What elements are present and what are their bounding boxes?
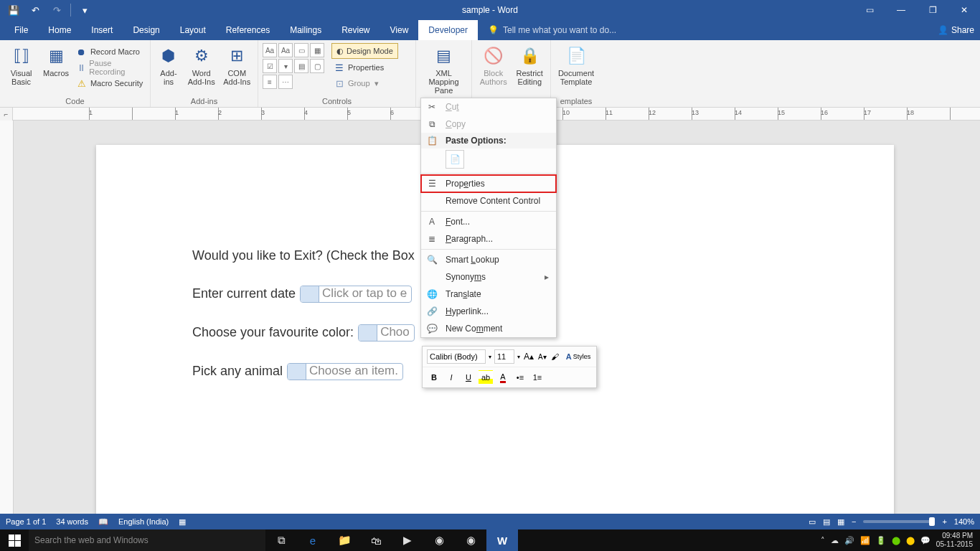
- battery-icon[interactable]: 🔋: [876, 536, 886, 545]
- print-layout-icon[interactable]: ▤: [823, 517, 830, 527]
- xml-mapping-button[interactable]: ▤XML Mapping Pane: [420, 43, 467, 95]
- status-words[interactable]: 34 words: [56, 517, 88, 526]
- share-icon: 👤: [938, 25, 948, 35]
- taskbar-search[interactable]: Search the web and Windows: [29, 529, 265, 551]
- tab-references[interactable]: References: [216, 20, 280, 40]
- edge-icon[interactable]: e: [297, 529, 329, 551]
- zoom-out-button[interactable]: −: [852, 517, 856, 526]
- menu-remove-content-control[interactable]: Remove Content Control: [421, 192, 556, 209]
- tab-home[interactable]: Home: [38, 20, 81, 40]
- share-button[interactable]: 👤 Share: [938, 20, 974, 40]
- color-content-control[interactable]: Choo: [358, 324, 415, 342]
- copy-icon: ⧉: [425, 119, 438, 129]
- tab-insert[interactable]: Insert: [81, 20, 123, 40]
- bold-button[interactable]: B: [427, 370, 441, 385]
- minimize-button[interactable]: —: [885, 0, 917, 20]
- com-addins-button[interactable]: ⊞COM Add-Ins: [220, 43, 253, 86]
- tab-view[interactable]: View: [380, 20, 419, 40]
- task-view-icon[interactable]: ⧉: [265, 529, 297, 551]
- menu-new-comment[interactable]: 💬New Comment: [421, 320, 556, 337]
- redo-icon[interactable]: ↷: [47, 2, 66, 18]
- macros-button[interactable]: ▦ Macros: [41, 43, 71, 90]
- document-template-button[interactable]: 📄Document Template: [555, 43, 597, 86]
- wifi-icon[interactable]: 📶: [860, 536, 870, 545]
- word-taskbar-icon[interactable]: W: [486, 529, 518, 551]
- tell-me-search[interactable]: 💡 Tell me what you want to do...: [478, 20, 616, 40]
- volume-icon[interactable]: 🔊: [844, 536, 854, 545]
- tab-selector[interactable]: ⌐: [0, 108, 13, 121]
- zoom-in-button[interactable]: +: [942, 517, 946, 526]
- menu-smart-lookup[interactable]: 🔍Smart Lookup: [421, 251, 556, 268]
- zoom-level[interactable]: 140%: [954, 517, 974, 526]
- properties-button[interactable]: ☰Properties: [331, 60, 398, 75]
- menu-properties[interactable]: ☰Properties: [421, 175, 556, 192]
- underline-button[interactable]: U: [461, 370, 476, 385]
- taskbar-clock[interactable]: 09:48 PM 05-11-2015: [936, 532, 977, 549]
- tray-chevron-icon[interactable]: ˄: [821, 536, 825, 545]
- chevron-right-icon: ▸: [545, 272, 549, 282]
- bullets-button[interactable]: •≡: [513, 370, 527, 385]
- date-content-control[interactable]: Click or tap to e: [300, 286, 412, 303]
- onedrive-icon[interactable]: ☁: [831, 536, 839, 545]
- save-icon[interactable]: 💾: [4, 2, 23, 18]
- close-button[interactable]: ✕: [948, 0, 980, 20]
- visual-basic-icon: ⟦⟧: [10, 44, 33, 67]
- addins-button[interactable]: ⬢Add- ins: [155, 43, 182, 86]
- ribbon-options-icon[interactable]: ▭: [854, 0, 885, 20]
- tab-file[interactable]: File: [4, 20, 38, 40]
- macro-icon[interactable]: ▦: [179, 517, 186, 527]
- web-layout-icon[interactable]: ▦: [837, 517, 844, 527]
- design-mode-toggle[interactable]: ◐Design Mode: [331, 43, 398, 59]
- tray-app-icon-2[interactable]: ⬤: [906, 536, 915, 545]
- font-size-combo[interactable]: [494, 349, 514, 364]
- visual-basic-button[interactable]: ⟦⟧ Visual Basic: [4, 43, 38, 90]
- tab-developer[interactable]: Developer: [418, 20, 478, 40]
- zoom-slider[interactable]: [863, 520, 935, 523]
- tray-app-icon[interactable]: ⬤: [892, 536, 900, 545]
- action-center-icon[interactable]: 💬: [920, 536, 930, 545]
- menu-synonyms[interactable]: Synonyms▸: [421, 268, 556, 286]
- undo-icon[interactable]: ↶: [26, 2, 44, 18]
- menu-font[interactable]: AFont...: [421, 213, 556, 230]
- controls-gallery[interactable]: AaAa▭▦ ☑▾▤▢ ≡⋯: [263, 43, 324, 89]
- doc-text-date-label: Enter current date: [192, 286, 296, 302]
- paste-keep-text-button[interactable]: 📄: [446, 150, 464, 169]
- font-name-combo[interactable]: [427, 349, 486, 364]
- word-addins-button[interactable]: ⚙Word Add-Ins: [185, 43, 218, 86]
- restrict-editing-button[interactable]: 🔒Restrict Editing: [513, 43, 546, 86]
- grow-font-button[interactable]: A▴: [523, 349, 534, 364]
- group-icon: ⊡: [334, 77, 345, 89]
- group-button[interactable]: ⊡Group▾: [331, 76, 398, 90]
- read-mode-icon[interactable]: ▭: [809, 517, 816, 527]
- file-explorer-icon[interactable]: 📁: [329, 529, 360, 551]
- numbering-button[interactable]: 1≡: [530, 370, 545, 385]
- store-icon[interactable]: 🛍: [360, 529, 392, 551]
- tab-layout[interactable]: Layout: [170, 20, 216, 40]
- video-icon[interactable]: ▶: [392, 529, 423, 551]
- spellcheck-icon[interactable]: 📖: [98, 517, 108, 527]
- font-color-button[interactable]: A: [496, 370, 510, 385]
- status-language[interactable]: English (India): [118, 517, 169, 526]
- animal-content-control[interactable]: Choose an item.: [287, 363, 403, 380]
- menu-paragraph[interactable]: ≣Paragraph...: [421, 230, 556, 248]
- tab-mailings[interactable]: Mailings: [280, 20, 331, 40]
- qat-customize-icon[interactable]: ▾: [75, 2, 94, 18]
- restore-button[interactable]: ❐: [917, 0, 948, 20]
- styles-button[interactable]: AStyles: [562, 349, 594, 364]
- status-page[interactable]: Page 1 of 1: [6, 517, 46, 526]
- lock-icon: 🔒: [518, 44, 541, 67]
- search-icon: 🔍: [425, 255, 438, 265]
- record-macro-button[interactable]: ⏺Record Macro: [74, 44, 146, 59]
- highlight-button[interactable]: ab: [479, 370, 493, 385]
- tab-review[interactable]: Review: [331, 20, 380, 40]
- start-button[interactable]: [0, 529, 29, 551]
- menu-translate[interactable]: 🌐Translate: [421, 286, 556, 303]
- tab-design[interactable]: Design: [123, 20, 169, 40]
- macro-security-button[interactable]: ⚠Macro Security: [74, 76, 146, 90]
- chrome-icon[interactable]: ◉: [423, 529, 455, 551]
- menu-hyperlink[interactable]: 🔗Hyperlink...: [421, 303, 556, 320]
- format-painter-icon[interactable]: 🖌: [550, 349, 560, 364]
- shrink-font-button[interactable]: A▾: [537, 349, 547, 364]
- chrome-icon-2[interactable]: ◉: [455, 529, 486, 551]
- italic-button[interactable]: I: [444, 370, 458, 385]
